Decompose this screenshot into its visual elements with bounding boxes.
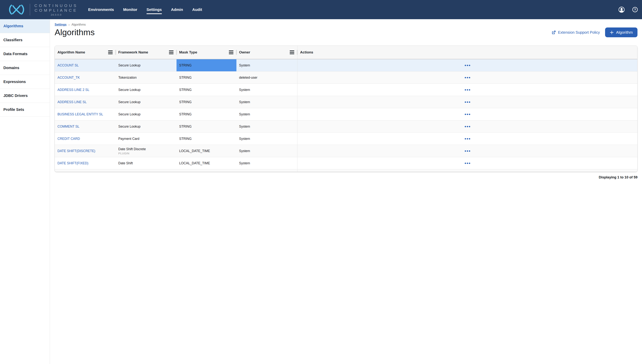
mask-type-value: STRING xyxy=(179,88,192,92)
mask-type-value: STRING xyxy=(179,112,192,116)
mask-type-cell: STRING xyxy=(176,59,236,71)
sidebar-item-label: Expressions xyxy=(4,80,26,84)
breadcrumb: Settings › Algorithms xyxy=(55,22,321,27)
algorithm-name-cell: ACCOUNT SL xyxy=(55,59,116,71)
actions-cell xyxy=(297,133,321,145)
sidebar-item-classifiers[interactable]: Classifiers xyxy=(0,33,50,47)
algorithm-name-cell: BUSINESS LEGAL ENTITY SL xyxy=(55,108,116,120)
framework-name-cell: Secure Lookup xyxy=(116,96,176,108)
owner-value: System xyxy=(239,137,250,141)
nav-item-label: Admin xyxy=(171,7,183,12)
nav-item-label: Monitor xyxy=(123,7,137,12)
owner-value: System xyxy=(239,112,250,116)
algorithm-name-link[interactable]: COMMENT SL xyxy=(58,124,79,128)
column-menu-icon[interactable] xyxy=(169,50,173,54)
table-row-partial xyxy=(55,170,321,172)
algorithm-name-cell: DATE SHIFT(FIXED) xyxy=(55,157,116,169)
framework-name-cell: Tokenization xyxy=(116,72,176,84)
owner-value: System xyxy=(239,161,250,165)
framework-name: Payment Card xyxy=(118,137,139,141)
mask-type-value: STRING xyxy=(179,76,192,80)
brand-line-2: COMPLIANCE xyxy=(35,8,78,12)
owner-cell: System xyxy=(236,133,297,145)
owner-value: deleted-user xyxy=(239,76,257,80)
algorithm-name-cell: COMMENT SL xyxy=(55,120,116,132)
algorithm-name-cell: DATE SHIFT(DISCRETE) xyxy=(55,145,116,157)
mask-type-value: LOCAL_DATE_TIME xyxy=(179,161,210,165)
nav-item-monitor[interactable]: Monitor xyxy=(123,7,137,12)
sidebar-item-expressions[interactable]: Expressions xyxy=(0,75,50,89)
top-nav: Environments Monitor Settings Admin Audi… xyxy=(88,7,202,12)
owner-cell: System xyxy=(236,108,297,120)
sidebar-item-algorithms[interactable]: Algorithms xyxy=(0,19,50,33)
algorithm-name-link[interactable]: CREDIT CARD xyxy=(58,137,80,141)
nav-item-settings[interactable]: Settings xyxy=(147,7,162,12)
mask-type-cell: STRING xyxy=(176,133,236,145)
framework-name-cell: Date Shift xyxy=(116,157,176,169)
algorithm-name-cell: ACCOUNT_TK xyxy=(55,72,116,84)
sidebar-item-label: JDBC Drivers xyxy=(4,94,28,98)
nav-item-audit[interactable]: Audit xyxy=(192,7,202,12)
sidebar-item-jdbc-drivers[interactable]: JDBC Drivers xyxy=(0,89,50,103)
actions-cell xyxy=(297,59,321,71)
owner-value: System xyxy=(239,64,250,68)
sidebar-item-label: Profile Sets xyxy=(4,108,24,112)
nav-item-admin[interactable]: Admin xyxy=(171,7,183,12)
framework-name-cell: Secure Lookup xyxy=(116,84,176,96)
actions-cell xyxy=(297,145,321,157)
table-row-date-shift-discrete: DATE SHIFT(DISCRETE) Date Shift Discrete… xyxy=(55,145,321,157)
mask-type-value: STRING xyxy=(179,137,192,141)
framework-name: Secure Lookup xyxy=(118,100,141,104)
column-header-mask-type: Mask Type xyxy=(176,46,236,59)
framework-name: Secure Lookup xyxy=(118,64,141,68)
mask-type-cell: LOCAL_DATE_TIME xyxy=(176,157,236,169)
column-header-framework-name: Framework Name xyxy=(116,46,176,59)
nav-item-environments[interactable]: Environments xyxy=(88,7,114,12)
brand-block: CONTINUOUS COMPLIANCE 24.0.0.0 xyxy=(34,3,78,16)
sidebar-item-domains[interactable]: Domains xyxy=(0,61,50,75)
actions-cell xyxy=(297,120,321,132)
mask-type-cell: STRING xyxy=(176,72,236,84)
algorithm-name-link[interactable]: ACCOUNT SL xyxy=(58,64,79,68)
table-row-address-line-sl: ADDRESS LINE SL Secure Lookup STRING Sys… xyxy=(55,96,321,108)
sidebar-item-data-formats[interactable]: Data Formats xyxy=(0,47,50,61)
algorithm-name-link[interactable]: BUSINESS LEGAL ENTITY SL xyxy=(58,112,103,116)
algorithm-name-link[interactable]: ACCOUNT_TK xyxy=(58,76,80,80)
column-header-label: Mask Type xyxy=(179,50,197,54)
table-row-account-tk: ACCOUNT_TK Tokenization STRING deleted-u… xyxy=(55,72,321,84)
owner-cell: deleted-user xyxy=(236,72,297,84)
column-header-label: Framework Name xyxy=(118,50,148,54)
algorithm-name-link[interactable]: ADDRESS LINE 2 SL xyxy=(58,88,89,92)
algorithm-name-link[interactable]: ADDRESS LINE SL xyxy=(58,100,87,104)
table-body: ACCOUNT SL Secure Lookup STRING System A… xyxy=(55,59,321,170)
mask-type-cell: STRING xyxy=(176,120,236,132)
framework-name-cell: Date Shift Discrete PLUGIN xyxy=(116,145,176,157)
table-header-row: Algorithm Name Framework Name Mask Type … xyxy=(55,46,321,59)
actions-cell xyxy=(297,96,321,108)
column-header-label: Algorithm Name xyxy=(58,50,85,54)
actions-column-divider xyxy=(297,170,321,172)
actions-cell xyxy=(297,72,321,84)
table-row-credit-card: CREDIT CARD Payment Card STRING System xyxy=(55,133,321,145)
column-menu-icon[interactable] xyxy=(290,50,294,54)
framework-name-cell: Secure Lookup xyxy=(116,120,176,132)
algorithm-name-link[interactable]: DATE SHIFT(FIXED) xyxy=(58,161,88,165)
algorithm-name-link[interactable]: DATE SHIFT(DISCRETE) xyxy=(58,149,95,153)
active-nav-underline xyxy=(147,13,162,14)
column-menu-icon[interactable] xyxy=(108,50,113,54)
framework-name-cell: Secure Lookup xyxy=(116,108,176,120)
framework-name-cell: Secure Lookup xyxy=(116,59,176,71)
topbar: CONTINUOUS COMPLIANCE 24.0.0.0 Environme… xyxy=(0,0,321,19)
table-row-date-shift-fixed: DATE SHIFT(FIXED) Date Shift LOCAL_DATE_… xyxy=(55,157,321,170)
framework-name: Secure Lookup xyxy=(118,112,141,116)
page-header: Algorithms Extension Support Policy Algo… xyxy=(55,28,321,37)
mask-type-value: STRING xyxy=(179,100,192,104)
sidebar-item-profile-sets[interactable]: Profile Sets xyxy=(0,103,50,117)
actions-cell xyxy=(297,157,321,169)
owner-cell: System xyxy=(236,157,297,169)
column-menu-icon[interactable] xyxy=(229,50,233,54)
breadcrumb-settings-link[interactable]: Settings xyxy=(55,23,67,26)
algorithm-name-cell: ADDRESS LINE 2 SL xyxy=(55,84,116,96)
algorithm-name-cell: CREDIT CARD xyxy=(55,133,116,145)
mask-type-value: LOCAL_DATE_TIME xyxy=(179,149,210,153)
